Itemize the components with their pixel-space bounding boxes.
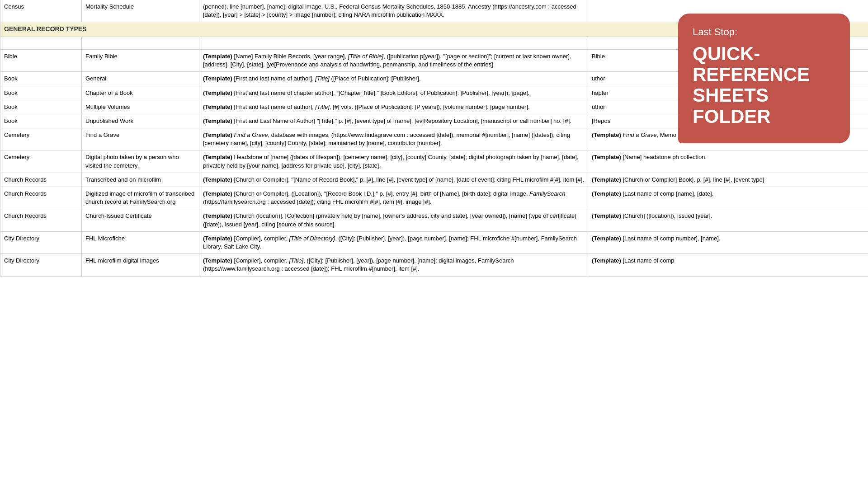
cell-full-citation: (Template) Find a Grave, database with i…	[199, 128, 588, 150]
cell-subtype: General	[82, 72, 199, 86]
cell-subtype: Chapter of a Book	[82, 86, 199, 100]
overlay-card: Last Stop: QUICK-REFERENCESHEETS FOLDER	[678, 14, 850, 143]
table-row: City Directory FHL microfilm digital ima…	[0, 254, 868, 276]
table-row: Church Records Church-Issued Certificate…	[0, 209, 868, 231]
template-label: (Template)	[203, 89, 232, 96]
cell-full-citation: (Template) [First and last name of autho…	[199, 72, 588, 86]
cell-subtype: Multiple Volumes	[82, 100, 199, 114]
template-label: (Template)	[592, 212, 621, 219]
cell-full-citation: (Template) [First and last name of autho…	[199, 100, 588, 114]
cell-subtype: FHL microfilm digital images	[82, 254, 199, 276]
cell-subtype: Find a Grave	[82, 128, 199, 150]
template-label: (Template)	[592, 190, 621, 197]
cell-short-citation: (Template) [Church or Compiler] Book], p…	[588, 173, 868, 187]
overlay-main-title: QUICK-REFERENCESHEETS FOLDER	[693, 43, 835, 127]
template-label: (Template)	[203, 75, 232, 82]
cell-subtype: Family Bible	[82, 49, 199, 71]
cell-record-type: Book	[0, 100, 82, 114]
template-label: (Template)	[203, 154, 232, 160]
cell-short-citation: (Template) [Last name of comp [name], [d…	[588, 187, 868, 209]
template-label: (Template)	[592, 154, 621, 160]
cell-record-type: City Directory	[0, 254, 82, 276]
template-label: (Template)	[203, 235, 232, 242]
cell-subtype: Transcribed and on microfilm	[82, 173, 199, 187]
cell-record-type: Book	[0, 114, 82, 128]
table-row: Cemetery Digital photo taken by a person…	[0, 150, 868, 173]
template-label: (Template)	[203, 176, 232, 183]
template-label: (Template)	[592, 131, 621, 138]
cell-full-citation: (Template) [Church or Compiler], ([Locat…	[199, 187, 588, 209]
cell-subtype: Mortality Schedule	[82, 0, 199, 22]
cell-full-citation: (Template) [Church or Compiler], "[Name …	[199, 173, 588, 187]
cell-full-citation: (penned), line [number], [name]; digital…	[199, 0, 588, 22]
template-label: (Template)	[203, 212, 232, 219]
cell-short-citation: (Template) [Last name of comp number], […	[588, 231, 868, 253]
template-label: (Template)	[203, 103, 232, 110]
cell-record-type: Census	[0, 0, 82, 22]
table-row: Church Records Digitized image of microf…	[0, 187, 868, 209]
template-label: (Template)	[203, 257, 232, 264]
cell-full-citation: (Template) [First and Last Name of Autho…	[199, 114, 588, 128]
cell-subtype: FHL Microfiche	[82, 231, 199, 253]
cell-short-citation: (Template) [Name] headstone ph collectio…	[588, 150, 868, 173]
cell-subtype: Digital photo taken by a person who visi…	[82, 150, 199, 173]
cell-record-type: Book	[0, 72, 82, 86]
template-label: (Template)	[592, 257, 621, 264]
cell-full-citation: (Template) [First and last name of chapt…	[199, 86, 588, 100]
cell-subtype: Unpublished Work	[82, 114, 199, 128]
template-label: (Template)	[592, 235, 621, 242]
cell-record-type: Bible	[0, 49, 82, 71]
cell-record-type: City Directory	[0, 231, 82, 253]
table-row: City Directory FHL Microfiche (Template)…	[0, 231, 868, 253]
table-row: Church Records Transcribed and on microf…	[0, 173, 868, 187]
cell-record-type: Church Records	[0, 209, 82, 231]
cell-full-citation: (Template) [Church (location)], [Collect…	[199, 209, 588, 231]
cell-short-citation: (Template) [Church] ([location]), issued…	[588, 209, 868, 231]
template-label: (Template)	[203, 190, 232, 197]
cell-record-type: Church Records	[0, 187, 82, 209]
cell-short-citation: (Template) [Last name of comp	[588, 254, 868, 276]
cell-subtype: Digitized image of microfilm of transcri…	[82, 187, 199, 209]
cell-subtype: Church-Issued Certificate	[82, 209, 199, 231]
cell-record-type: Cemetery	[0, 150, 82, 173]
cell-record-type: Church Records	[0, 173, 82, 187]
cell-full-citation: (Template) Headstone of [name] ([dates o…	[199, 150, 588, 173]
cell-full-citation: (Template) [Name] Family Bible Records, …	[199, 49, 588, 71]
template-label: (Template)	[203, 53, 232, 60]
template-label: (Template)	[203, 117, 232, 124]
cell-full-citation: (Template) [Compiler], compiler, [Title …	[199, 231, 588, 253]
cell-record-type: Cemetery	[0, 128, 82, 150]
overlay-last-stop: Last Stop:	[693, 26, 835, 38]
template-label: (Template)	[203, 131, 232, 138]
cell-record-type: Book	[0, 86, 82, 100]
cell-full-citation: (Template) [Compiler], compiler, [Title]…	[199, 254, 588, 276]
template-label: (Template)	[592, 176, 621, 183]
